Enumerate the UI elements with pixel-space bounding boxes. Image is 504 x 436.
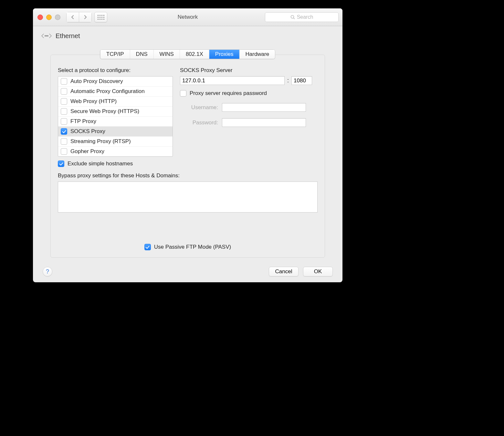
tab-tcpip[interactable]: TCP/IP: [100, 50, 130, 59]
svg-point-0: [291, 16, 294, 18]
checkbox[interactable]: [61, 108, 67, 115]
titlebar: Network Search: [33, 8, 342, 26]
preferences-window: Network Search Ethernet: [33, 8, 342, 282]
svg-point-4: [47, 36, 48, 36]
checkbox[interactable]: [61, 88, 67, 95]
host-port-separator: :: [287, 77, 289, 84]
search-icon: [290, 15, 295, 19]
username-label: Username:: [180, 104, 222, 111]
protocol-https[interactable]: Secure Web Proxy (HTTPS): [58, 107, 173, 117]
cancel-button[interactable]: Cancel: [269, 267, 299, 276]
settings-panel: TCP/IP DNS WINS 802.1X Proxies Hardware …: [50, 55, 325, 258]
protocol-label: Secure Web Proxy (HTTPS): [70, 108, 139, 115]
window-zoom-button[interactable]: [55, 15, 60, 20]
protocol-label: SOCKS Proxy: [70, 128, 105, 135]
exclude-simple-row[interactable]: Exclude simple hostnames: [58, 161, 173, 167]
protocol-label: Automatic Proxy Configuration: [70, 88, 145, 95]
back-button[interactable]: [66, 12, 79, 22]
pasv-checkbox[interactable]: [144, 244, 151, 250]
checkbox[interactable]: [61, 78, 67, 85]
pasv-label: Use Passive FTP Mode (PASV): [154, 244, 231, 250]
protocol-label: FTP Proxy: [70, 118, 96, 125]
checkbox[interactable]: [61, 118, 67, 125]
help-icon: ?: [46, 268, 49, 275]
server-row: :: [180, 76, 318, 85]
protocol-auto-config[interactable]: Automatic Proxy Configuration: [58, 87, 173, 97]
interface-name: Ethernet: [56, 32, 80, 40]
traffic-lights: [37, 15, 60, 20]
checkbox[interactable]: [61, 148, 67, 155]
tab-dns[interactable]: DNS: [130, 50, 154, 59]
svg-point-2: [45, 36, 46, 36]
checkbox[interactable]: [61, 138, 67, 145]
tab-wins[interactable]: WINS: [154, 50, 180, 59]
chevron-right-icon: [83, 15, 87, 19]
tab-hardware[interactable]: Hardware: [239, 50, 275, 59]
window-minimize-button[interactable]: [46, 15, 52, 20]
search-input[interactable]: Search: [265, 12, 339, 22]
server-host-input[interactable]: [180, 76, 285, 85]
protocol-label: Streaming Proxy (RTSP): [70, 138, 131, 145]
protocol-label: Auto Proxy Discovery: [70, 78, 123, 85]
protocol-rtsp[interactable]: Streaming Proxy (RTSP): [58, 137, 173, 147]
checkbox[interactable]: [61, 128, 67, 135]
protocol-socks[interactable]: SOCKS Proxy: [58, 127, 173, 137]
protocol-label: Web Proxy (HTTP): [70, 98, 117, 105]
help-button[interactable]: ?: [43, 267, 52, 276]
tab-proxies[interactable]: Proxies: [209, 50, 240, 59]
requires-password-label: Proxy server requires password: [190, 90, 267, 97]
password-input[interactable]: [222, 118, 306, 127]
tabs: TCP/IP DNS WINS 802.1X Proxies Hardware: [100, 49, 275, 59]
exclude-simple-checkbox[interactable]: [58, 161, 64, 167]
footer-buttons: Cancel OK: [269, 267, 333, 276]
server-port-input[interactable]: [291, 76, 312, 85]
svg-point-3: [46, 36, 47, 36]
protocol-label: Gopher Proxy: [70, 148, 104, 155]
ethernet-icon: [41, 31, 52, 40]
protocol-column: Select a protocol to configure: Auto Pro…: [58, 67, 173, 167]
window-close-button[interactable]: [37, 15, 43, 20]
ok-button[interactable]: OK: [303, 267, 333, 276]
forward-button[interactable]: [79, 12, 92, 22]
bypass-section: Bypass proxy settings for these Hosts & …: [58, 172, 318, 214]
requires-password-row[interactable]: Proxy server requires password: [180, 90, 318, 97]
tab-8021x[interactable]: 802.1X: [180, 50, 209, 59]
exclude-simple-label: Exclude simple hostnames: [68, 161, 133, 167]
requires-password-checkbox[interactable]: [180, 90, 186, 97]
checkbox[interactable]: [61, 98, 67, 105]
password-label: Password:: [180, 119, 222, 126]
chevron-left-icon: [71, 15, 75, 19]
server-column: SOCKS Proxy Server : Proxy server requir…: [180, 67, 318, 127]
show-all-button[interactable]: [94, 12, 107, 22]
protocol-http[interactable]: Web Proxy (HTTP): [58, 97, 173, 107]
pasv-row[interactable]: Use Passive FTP Mode (PASV): [51, 244, 325, 250]
server-label: SOCKS Proxy Server: [180, 67, 318, 74]
svg-line-1: [293, 18, 295, 19]
grid-icon: [98, 15, 104, 20]
protocol-ftp[interactable]: FTP Proxy: [58, 117, 173, 127]
bypass-textarea[interactable]: [58, 182, 318, 213]
credentials-grid: Username: Password:: [180, 103, 318, 127]
search-placeholder: Search: [297, 14, 313, 20]
protocol-auto-discovery[interactable]: Auto Proxy Discovery: [58, 77, 173, 87]
username-input[interactable]: [222, 103, 306, 112]
protocol-list: Auto Proxy Discovery Automatic Proxy Con…: [58, 76, 173, 157]
interface-header: Ethernet: [41, 31, 342, 40]
protocol-gopher[interactable]: Gopher Proxy: [58, 147, 173, 156]
nav-buttons-group: [66, 12, 92, 22]
protocol-select-label: Select a protocol to configure:: [58, 67, 173, 74]
bypass-label: Bypass proxy settings for these Hosts & …: [58, 172, 318, 179]
